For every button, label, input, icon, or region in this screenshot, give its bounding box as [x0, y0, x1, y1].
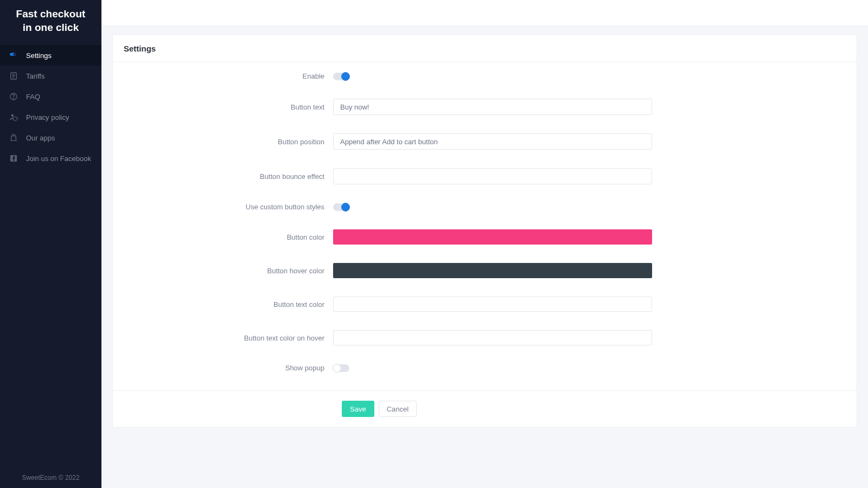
help-icon — [9, 92, 18, 101]
select-button-position[interactable]: Append after Add to cart button — [333, 133, 652, 150]
app-title-line1: Fast checkout — [5, 8, 96, 21]
row-button-text-color: Button text color — [124, 297, 846, 312]
app-title-line2: in one click — [5, 21, 96, 35]
sidebar-item-label: Join us on Facebook — [26, 155, 91, 163]
toggle-custom-styles[interactable] — [333, 203, 349, 211]
row-enable: Enable — [124, 72, 846, 80]
sidebar-item-privacy[interactable]: Privacy policy — [0, 107, 101, 127]
label-button-text-hover-color: Button text color on hover — [124, 334, 333, 342]
sidebar-item-label: Our apps — [26, 134, 55, 142]
row-button-position: Button position Append after Add to cart… — [124, 133, 846, 150]
settings-panel: Settings Enable Button text Button posit… — [112, 35, 857, 427]
row-custom-styles: Use custom button styles — [124, 203, 846, 211]
color-button[interactable] — [333, 229, 652, 245]
app-title: Fast checkout in one click — [0, 0, 101, 45]
label-button-position: Button position — [124, 138, 333, 146]
sidebar-item-label: FAQ — [26, 93, 40, 101]
sidebar-nav: Settings Tariffs FAQ Privacy policy Our — [0, 45, 101, 468]
user-shield-icon — [9, 112, 18, 122]
select-bounce-effect[interactable] — [333, 168, 652, 184]
cancel-button[interactable]: Cancel — [379, 401, 417, 417]
label-show-popup: Show popup — [124, 364, 333, 372]
main: Settings Enable Button text Button posit… — [101, 0, 868, 488]
label-bounce-effect: Button bounce effect — [124, 172, 333, 181]
color-button-text[interactable] — [333, 297, 652, 312]
label-button-text: Button text — [124, 103, 333, 111]
topbar — [101, 0, 868, 26]
toggle-show-popup[interactable] — [333, 364, 349, 372]
facebook-icon — [9, 153, 18, 163]
sidebar-footer: SweetEcom © 2022 — [0, 468, 101, 488]
sidebar-item-label: Settings — [26, 52, 52, 60]
svg-point-1 — [14, 54, 16, 56]
row-button-text-hover-color: Button text color on hover — [124, 330, 846, 345]
sidebar-item-our-apps[interactable]: Our apps — [0, 127, 101, 148]
sidebar-item-faq[interactable]: FAQ — [0, 86, 101, 107]
color-button-hover[interactable] — [333, 263, 652, 278]
label-enable: Enable — [124, 72, 333, 80]
row-bounce-effect: Button bounce effect — [124, 168, 846, 184]
sidebar-item-label: Privacy policy — [26, 113, 69, 121]
sidebar-item-tariffs[interactable]: Tariffs — [0, 66, 101, 86]
label-button-hover-color: Button hover color — [124, 267, 333, 275]
toggle-enable[interactable] — [333, 73, 349, 80]
panel-footer: Save Cancel — [113, 390, 857, 427]
row-show-popup: Show popup — [124, 364, 846, 372]
panel-body: Enable Button text Button position — [113, 62, 857, 372]
toggle-icon — [9, 50, 18, 60]
row-button-hover-color: Button hover color — [124, 263, 846, 278]
label-custom-styles: Use custom button styles — [124, 203, 333, 211]
color-button-text-hover[interactable] — [333, 330, 652, 345]
sidebar-item-settings[interactable]: Settings — [0, 45, 101, 66]
svg-point-4 — [13, 98, 14, 99]
svg-point-5 — [11, 114, 14, 117]
row-button-color: Button color — [124, 229, 846, 245]
page-title: Settings — [113, 35, 857, 62]
label-button-text-color: Button text color — [124, 300, 333, 309]
checklist-icon — [9, 71, 18, 81]
sidebar: Fast checkout in one click Settings Tari… — [0, 0, 101, 488]
content: Settings Enable Button text Button posit… — [101, 26, 868, 436]
row-button-text: Button text — [124, 99, 846, 115]
bag-icon — [9, 133, 18, 143]
sidebar-item-label: Tariffs — [26, 72, 44, 80]
sidebar-item-facebook[interactable]: Join us on Facebook — [0, 148, 101, 169]
input-button-text[interactable] — [333, 99, 652, 115]
save-button[interactable]: Save — [342, 401, 374, 417]
select-value: Append after Add to cart button — [340, 138, 438, 146]
label-button-color: Button color — [124, 233, 333, 241]
